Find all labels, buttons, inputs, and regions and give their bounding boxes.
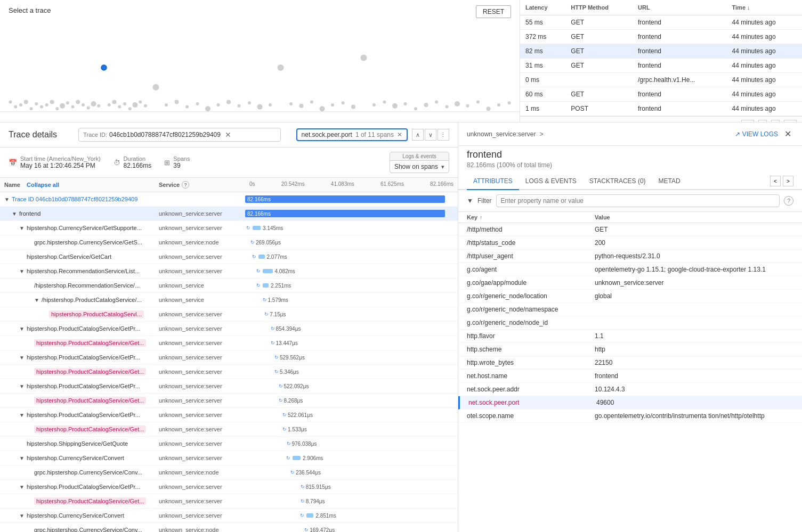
- trace-row[interactable]: grpc.hipstershop.CurrencyService/Conv...…: [0, 523, 458, 532]
- trace-row[interactable]: ▼ Trace ID 046cb1b0d07888747cf8021259b29…: [0, 192, 458, 207]
- cell-time: 44 minutes ago: [727, 73, 802, 87]
- row-toggle[interactable]: ▼: [19, 513, 26, 519]
- row-service-text: unknown_service:server: [159, 498, 222, 504]
- pagination-prev[interactable]: ‹: [758, 120, 767, 122]
- pagination-first[interactable]: ⏮: [741, 120, 754, 122]
- table-row[interactable]: 372 ms GET frontend 44 minutes ago: [520, 30, 802, 44]
- trace-row[interactable]: grpc.hipstershop.CurrencyService/GetS...…: [0, 235, 458, 250]
- row-name-text: grpc.hipstershop.CurrencyService/Conv...: [34, 469, 142, 476]
- cell-url: frontend: [633, 44, 727, 59]
- row-name-cell: ▼ hipstershop.ProductCatalogService/GetP…: [0, 381, 155, 391]
- reset-button[interactable]: RESET: [476, 5, 511, 18]
- trace-row[interactable]: hipstershop.ProductCatalogService/Get...…: [0, 394, 458, 408]
- table-row[interactable]: 60 ms GET frontend 44 minutes ago: [520, 87, 802, 102]
- table-row[interactable]: 1 ms POST frontend 44 minutes ago: [520, 102, 802, 116]
- row-toggle[interactable]: ▼: [19, 455, 26, 461]
- span-tab-attributes[interactable]: ATTRIBUTES: [467, 173, 519, 190]
- trace-row[interactable]: /hipstershop.RecommendationService/... u…: [0, 279, 458, 293]
- row-toggle[interactable]: ▼: [34, 297, 40, 303]
- service-info-icon[interactable]: ?: [182, 181, 189, 189]
- span-filter-clear[interactable]: ✕: [397, 131, 402, 138]
- row-timeline-cell: ↻ 2.851ms: [245, 509, 458, 522]
- svg-point-20: [108, 103, 111, 107]
- trace-row[interactable]: ▼ frontend unknown_service:server 82.166…: [0, 207, 458, 221]
- table-row[interactable]: 0 ms /grpc.health.v1.He... 44 minutes ag…: [520, 73, 802, 87]
- cell-url: frontend: [633, 15, 727, 30]
- span-nav-down[interactable]: ∨: [425, 129, 436, 141]
- row-timeline-cell: ↻ 5.346μs: [245, 365, 458, 379]
- trace-row[interactable]: ▼ hipstershop.ProductCatalogService/GetP…: [0, 480, 458, 494]
- trace-row[interactable]: ▼ hipstershop.CurrencyService/Convert un…: [0, 451, 458, 465]
- help-icon[interactable]: ?: [784, 196, 793, 206]
- pagination-next[interactable]: ›: [771, 120, 780, 122]
- collapse-all-button[interactable]: Collapse all: [27, 182, 59, 188]
- row-name-text: frontend: [19, 210, 40, 217]
- row-service-text: unknown_service:server: [159, 369, 222, 375]
- pagination-last[interactable]: ⏭: [784, 120, 797, 122]
- svg-point-46: [342, 101, 345, 104]
- meta-start-time: 📅 Start time (America/New_York) May 16 a…: [9, 155, 101, 169]
- span-nav-up[interactable]: ∧: [412, 129, 424, 141]
- span-tab-logs-&-events[interactable]: LOGS & EVENTS: [519, 173, 583, 190]
- row-toggle[interactable]: ▼: [12, 211, 18, 217]
- col-http-method[interactable]: HTTP Method: [565, 0, 633, 15]
- table-row[interactable]: 55 ms GET frontend 44 minutes ago: [520, 15, 802, 30]
- attr-rows: /http/method GET /http/status_code 200 /…: [458, 223, 802, 532]
- row-service-cell: unknown_service:server: [155, 208, 245, 219]
- row-toggle[interactable]: ▼: [19, 383, 26, 389]
- attr-key: net.sock.peer.port: [468, 399, 596, 406]
- span-detail-close-button[interactable]: ✕: [782, 128, 793, 140]
- span-nav-expand[interactable]: ⋮: [438, 129, 449, 141]
- tab-prev-button[interactable]: <: [770, 176, 781, 186]
- row-toggle[interactable]: ▼: [19, 268, 26, 274]
- trace-row[interactable]: ▼ hipstershop.CurrencyService/GetSupport…: [0, 221, 458, 235]
- trace-row[interactable]: ▼ hipstershop.ProductCatalogService/GetP…: [0, 322, 458, 336]
- attr-val: 200: [595, 239, 793, 247]
- trace-row[interactable]: hipstershop.ProductCatalogService/Get...…: [0, 365, 458, 379]
- logs-events-select[interactable]: Show on spans ▾: [390, 161, 449, 173]
- trace-id-clear-button[interactable]: ✕: [225, 130, 231, 139]
- trace-row[interactable]: hipstershop.CartService/GetCart unknown_…: [0, 250, 458, 264]
- row-toggle[interactable]: ▼: [19, 412, 26, 418]
- timeline-label-3: 61.625ms: [380, 181, 404, 189]
- col-latency[interactable]: Latency: [520, 0, 565, 15]
- row-service-text: unknown_service:server: [159, 455, 222, 461]
- col-url[interactable]: URL: [633, 0, 727, 15]
- attr-key: net.host.name: [467, 372, 595, 380]
- row-toggle[interactable]: ▼: [4, 197, 11, 202]
- trace-row[interactable]: ▼ hipstershop.RecommendationService/List…: [0, 264, 458, 279]
- table-row[interactable]: 82 ms GET frontend 44 minutes ago: [520, 44, 802, 59]
- row-name-cell: hipstershop.ShippingService/GetQuote: [0, 439, 155, 448]
- attr-filter-input[interactable]: [496, 194, 780, 207]
- row-toggle[interactable]: ▼: [19, 484, 26, 490]
- trace-panel: Trace details Trace ID: 046cb1b0d0788874…: [0, 122, 458, 532]
- trace-cols-header: Name Collapse all Service ? 0s 20.542ms …: [0, 178, 458, 192]
- svg-point-9: [50, 100, 54, 104]
- trace-row[interactable]: hipstershop.ProductCatalogService/Get...…: [0, 336, 458, 350]
- row-toggle[interactable]: ▼: [19, 326, 26, 332]
- sort-asc-icon[interactable]: ↑: [480, 215, 482, 220]
- span-detail-panel: unknown_service:server > ↗ VIEW LOGS ✕ f…: [458, 122, 802, 532]
- table-row[interactable]: 31 ms GET frontend 44 minutes ago: [520, 59, 802, 73]
- trace-row[interactable]: hipstershop.ProductCatalogService/Get...…: [0, 494, 458, 509]
- span-name-large: frontend: [458, 146, 802, 161]
- trace-row[interactable]: hipstershop.ProductCatalogServl... unkno…: [0, 307, 458, 322]
- trace-row[interactable]: grpc.hipstershop.CurrencyService/Conv...…: [0, 465, 458, 480]
- tab-next-button[interactable]: >: [783, 176, 793, 186]
- col-time[interactable]: Time ↓: [727, 0, 802, 15]
- row-toggle[interactable]: ▼: [19, 225, 26, 231]
- trace-row[interactable]: ▼ /hipstershop.ProductCatalogService/...…: [0, 293, 458, 307]
- row-toggle[interactable]: ▼: [19, 355, 26, 361]
- trace-row[interactable]: ▼ hipstershop.ProductCatalogService/GetP…: [0, 408, 458, 422]
- breadcrumb-parent: unknown_service:server: [467, 130, 536, 138]
- trace-row[interactable]: ▼ hipstershop.ProductCatalogService/GetP…: [0, 379, 458, 394]
- span-tab-metad[interactable]: METAD: [652, 173, 687, 190]
- span-tab-stacktraces--0-[interactable]: STACKTRACES (0): [583, 173, 652, 190]
- trace-row[interactable]: ▼ hipstershop.ProductCatalogService/GetP…: [0, 350, 458, 365]
- svg-point-62: [508, 101, 511, 104]
- trace-row[interactable]: hipstershop.ProductCatalogService/Get...…: [0, 422, 458, 437]
- scatter-title: Select a trace: [9, 6, 51, 14]
- trace-row[interactable]: hipstershop.ShippingService/GetQuote unk…: [0, 437, 458, 451]
- view-logs-link[interactable]: ↗ VIEW LOGS: [735, 130, 778, 138]
- trace-row[interactable]: ▼ hipstershop.CurrencyService/Convert un…: [0, 509, 458, 523]
